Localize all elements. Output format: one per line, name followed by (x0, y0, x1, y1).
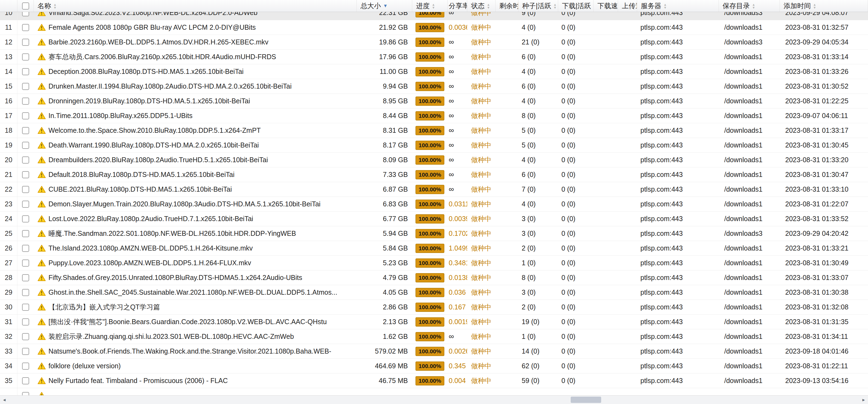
column-header-name[interactable]: 名称▲▼ (34, 0, 357, 12)
server-cell: ptlsp.com:443 (637, 109, 719, 123)
scrollbar-thumb[interactable] (571, 397, 601, 403)
table-row[interactable]: 16Dronningen.2019.BluRay.1080p.DTS-HD.MA… (0, 94, 868, 109)
row-checkbox[interactable] (22, 392, 29, 396)
select-all-checkbox[interactable] (22, 2, 29, 9)
eta-cell (496, 167, 518, 182)
table-row[interactable]: 25睡魔.The.Sandman.2022.S01.1080p.NF.WEB-D… (0, 226, 868, 241)
table-row[interactable]: 20Dreambuilders.2020.BluRay.1080p.2Audio… (0, 153, 868, 167)
scroll-left-button[interactable]: ◄ (0, 396, 9, 404)
table-row[interactable]: 12Barbie.2023.2160p.WEB-DL.DDP5.1.Atmos.… (0, 35, 868, 50)
column-header-progress[interactable]: 进度▲▼ (412, 0, 447, 12)
checkbox-cell (18, 197, 34, 211)
scrollbar-track[interactable] (9, 396, 859, 404)
row-checkbox[interactable] (22, 260, 29, 267)
row-checkbox[interactable] (22, 156, 29, 164)
table-row[interactable]: 35Nelly Furtado feat. Timbaland - Promis… (0, 373, 868, 388)
table-row[interactable]: 33Natsume's.Book.of.Friends.The.Waking.R… (0, 344, 868, 359)
table-row[interactable]: 23Demon.Slayer.Mugen.Train.2020.BluRay.1… (0, 197, 868, 211)
horizontal-scrollbar[interactable]: ◄ ► (0, 395, 868, 404)
server-cell (637, 388, 719, 395)
added-time-cell: 2023-08-31 01:33:14 (780, 50, 868, 64)
table-row[interactable]: 10Vinland.Saga.S02.2023.V2.1080p.NF.WEB-… (0, 12, 868, 20)
table-row[interactable]: 31[熊出没·伴我“熊芯”].Boonie.Bears.Guardian.Cod… (0, 315, 868, 329)
table-row[interactable]: 29Ghost.in.the.Shell.SAC_2045.Sustainabl… (0, 285, 868, 300)
checkbox-cell (18, 270, 34, 285)
row-checkbox[interactable] (22, 363, 29, 370)
column-header-peers[interactable]: 下载|活跃▲▼ (558, 0, 594, 12)
row-checkbox[interactable] (22, 318, 29, 325)
save-directory-cell: /downloads1 (719, 256, 780, 270)
row-checkbox[interactable] (22, 97, 29, 105)
table-row[interactable]: 34folklore (deluxe version)464.69 MB100.… (0, 359, 868, 373)
row-checkbox[interactable] (22, 12, 29, 17)
column-header-savedir[interactable]: 保存目录▲▼ (719, 0, 780, 12)
row-checkbox[interactable] (22, 230, 29, 237)
eta-cell (496, 329, 518, 344)
progress-bar: 100.00% (415, 317, 444, 326)
table-row[interactable]: 13赛车总动员.Cars.2006.BluRay.2160p.x265.10bi… (0, 50, 868, 64)
row-checkbox[interactable] (22, 201, 29, 208)
row-checkbox[interactable] (22, 127, 29, 134)
checkbox-cell (18, 153, 34, 167)
table-row[interactable]: 24Lost.Love.2022.BluRay.1080p.2Audio.Tru… (0, 211, 868, 226)
column-header-label: 剩余时间 (499, 1, 518, 10)
torrent-name: Fifty.Shades.of.Grey.2015.Unrated.1080P.… (49, 274, 302, 282)
table-row[interactable]: 19Death.Warrant.1990.BluRay.1080p.DTS-HD… (0, 138, 868, 153)
row-checkbox[interactable] (22, 171, 29, 178)
checkbox-cell (18, 109, 34, 123)
table-row[interactable]: 17In.Time.2011.1080p.BluRay.x265.DDP5.1-… (0, 109, 868, 123)
row-checkbox[interactable] (22, 24, 29, 31)
row-checkbox[interactable] (22, 245, 29, 252)
checkbox-cell (18, 359, 34, 373)
row-checkbox[interactable] (22, 377, 29, 384)
column-header-status[interactable]: 状态▲▼ (467, 0, 496, 12)
table-row[interactable]: 27Puppy.Love.2023.1080p.AMZN.WEB-DL.DDP5… (0, 256, 868, 270)
column-header-added[interactable]: 添加时间▲▼ (780, 0, 868, 12)
checkbox-cell (18, 20, 34, 35)
added-time-cell: 2023-08-31 01:22:25 (780, 94, 868, 108)
column-header-seeds[interactable]: 种子|活跃▲▼ (518, 0, 558, 12)
row-checkbox[interactable] (22, 186, 29, 193)
warning-icon (38, 127, 46, 134)
table-row[interactable]: 18Welcome.to.the.Space.Show.2010.BluRay.… (0, 123, 868, 138)
row-checkbox[interactable] (22, 333, 29, 340)
status-cell: 做种中 (467, 270, 496, 285)
table-row[interactable]: 22CUBE.2021.BluRay.1080p.DTS-HD.MA5.1.x2… (0, 182, 868, 197)
row-checkbox[interactable] (22, 348, 29, 355)
row-checkbox[interactable] (22, 215, 29, 223)
row-checkbox[interactable] (22, 39, 29, 46)
table-row[interactable]: 32装腔启示录.Zhuang.qiang.qi.shi.lu.2023.S01.… (0, 329, 868, 344)
progress-bar: 100.00% (415, 185, 444, 194)
row-checkbox[interactable] (22, 83, 29, 90)
table-row[interactable]: 21Default.2018.BluRay.1080p.DTS-HD.MA5.1… (0, 167, 868, 182)
row-checkbox[interactable] (22, 289, 29, 296)
table-row[interactable]: 30【北京迅为】嵌入式学习之QT学习篇2.86 GB100.00%0.167做种… (0, 300, 868, 315)
row-checkbox[interactable] (22, 304, 29, 311)
table-row[interactable]: 26The.Island.2023.1080p.AMZN.WEB-DL.DDP5… (0, 241, 868, 256)
column-header-dlspeed[interactable]: 下载速度▲▼ (594, 0, 618, 12)
row-checkbox[interactable] (22, 53, 29, 60)
progress-cell: 100.00% (412, 138, 447, 152)
row-checkbox[interactable] (22, 274, 29, 281)
table-row[interactable] (0, 388, 868, 395)
column-header-size[interactable]: 总大小▼ (357, 0, 412, 12)
table-row[interactable]: 14Deception.2008.BluRay.1080p.DTS-HD.MA5… (0, 64, 868, 79)
download-speed-cell (594, 388, 618, 395)
download-speed-cell (594, 50, 618, 64)
column-header-ratio[interactable]: 分享率▲▼ (447, 0, 467, 12)
table-row[interactable]: 28Fifty.Shades.of.Grey.2015.Unrated.1080… (0, 270, 868, 285)
scroll-right-button[interactable]: ► (859, 396, 868, 404)
column-header-eta[interactable]: 剩余时间▲▼ (496, 0, 518, 12)
table-row[interactable]: 15Drunken.Master.II.1994.BluRay.1080p.2A… (0, 79, 868, 94)
server-cell: ptlsp.com:443 (637, 256, 719, 270)
row-checkbox[interactable] (22, 142, 29, 149)
added-time-cell: 2023-08-31 01:34:11 (780, 329, 868, 344)
column-header-server[interactable]: 服务器▲▼ (637, 0, 719, 12)
row-number: 29 (0, 285, 18, 299)
table-row[interactable]: 11Female Agents 2008 1080p GBR Blu-ray A… (0, 20, 868, 35)
row-checkbox[interactable] (22, 112, 29, 119)
column-header-upspeed[interactable]: 上传速度▲▼ (618, 0, 637, 12)
row-checkbox[interactable] (22, 68, 29, 75)
name-cell: 睡魔.The.Sandman.2022.S01.1080p.NF.WEB-DL.… (34, 226, 357, 241)
seeds-cell: 9 (0) (518, 12, 558, 20)
